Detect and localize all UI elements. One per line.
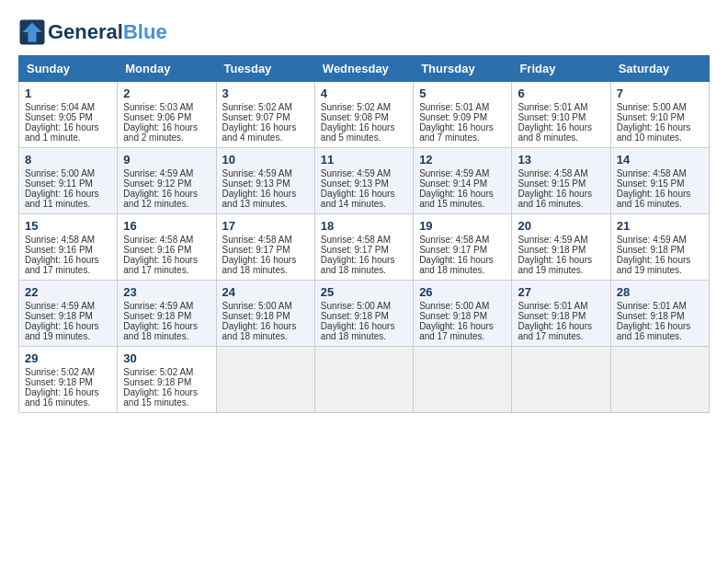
- sunrise-text: Sunrise: 5:00 AM: [321, 301, 391, 311]
- sunset-text: Sunset: 9:07 PM: [222, 112, 290, 122]
- daylight-text: Daylight: 16 hours and 18 minutes.: [321, 255, 395, 275]
- header-cell-sunday: Sunday: [19, 56, 118, 82]
- calendar-cell: 13Sunrise: 4:58 AMSunset: 9:15 PMDayligh…: [512, 148, 610, 214]
- calendar-cell: [610, 347, 709, 413]
- sunrise-text: Sunrise: 4:58 AM: [321, 235, 391, 245]
- daylight-text: Daylight: 16 hours and 18 minutes.: [123, 321, 198, 341]
- daylight-text: Daylight: 16 hours and 16 minutes.: [617, 189, 691, 209]
- sunrise-text: Sunrise: 5:02 AM: [222, 102, 292, 112]
- sunrise-text: Sunrise: 5:01 AM: [419, 102, 489, 112]
- sunset-text: Sunset: 9:16 PM: [123, 245, 191, 255]
- day-number: 25: [321, 285, 407, 299]
- sunrise-text: Sunrise: 5:00 AM: [25, 168, 95, 178]
- sunrise-text: Sunrise: 4:59 AM: [123, 301, 193, 311]
- sunrise-text: Sunrise: 4:59 AM: [617, 235, 687, 245]
- calendar-row: 22Sunrise: 4:59 AMSunset: 9:18 PMDayligh…: [19, 281, 710, 347]
- daylight-text: Daylight: 16 hours and 19 minutes.: [518, 255, 592, 275]
- day-number: 13: [518, 153, 604, 167]
- day-number: 22: [25, 285, 111, 299]
- daylight-text: Daylight: 16 hours and 17 minutes.: [518, 321, 592, 341]
- daylight-text: Daylight: 16 hours and 18 minutes.: [222, 255, 297, 275]
- day-number: 9: [123, 153, 210, 167]
- day-number: 26: [419, 285, 506, 299]
- sunrise-text: Sunrise: 5:01 AM: [518, 102, 587, 112]
- sunset-text: Sunset: 9:17 PM: [419, 245, 487, 255]
- day-number: 8: [25, 153, 111, 167]
- sunset-text: Sunset: 9:13 PM: [222, 178, 290, 189]
- sunrise-text: Sunrise: 4:58 AM: [419, 235, 489, 245]
- daylight-text: Daylight: 16 hours and 2 minutes.: [123, 122, 198, 143]
- sunset-text: Sunset: 9:08 PM: [321, 112, 389, 122]
- daylight-text: Daylight: 16 hours and 8 minutes.: [518, 122, 592, 143]
- sunset-text: Sunset: 9:14 PM: [419, 178, 487, 189]
- header-cell-thursday: Thursday: [414, 56, 512, 82]
- sunrise-text: Sunrise: 5:01 AM: [617, 301, 687, 311]
- sunset-text: Sunset: 9:10 PM: [518, 112, 586, 122]
- calendar-cell: 10Sunrise: 4:59 AMSunset: 9:13 PMDayligh…: [216, 148, 314, 214]
- sunrise-text: Sunrise: 4:59 AM: [25, 301, 95, 311]
- header-cell-friday: Friday: [512, 56, 610, 82]
- daylight-text: Daylight: 16 hours and 17 minutes.: [419, 321, 494, 341]
- calendar-cell: [216, 347, 314, 413]
- day-number: 19: [419, 219, 506, 233]
- sunset-text: Sunset: 9:11 PM: [25, 178, 93, 189]
- daylight-text: Daylight: 16 hours and 12 minutes.: [123, 189, 198, 209]
- sunrise-text: Sunrise: 5:02 AM: [123, 367, 193, 377]
- daylight-text: Daylight: 16 hours and 19 minutes.: [25, 321, 99, 341]
- sunrise-text: Sunrise: 4:59 AM: [518, 235, 587, 245]
- calendar-cell: 2Sunrise: 5:03 AMSunset: 9:06 PMDaylight…: [118, 82, 216, 148]
- sunset-text: Sunset: 9:16 PM: [25, 245, 93, 255]
- calendar-cell: 27Sunrise: 5:01 AMSunset: 9:18 PMDayligh…: [512, 281, 610, 347]
- header-cell-saturday: Saturday: [610, 56, 709, 82]
- calendar-cell: 20Sunrise: 4:59 AMSunset: 9:18 PMDayligh…: [512, 214, 610, 281]
- daylight-text: Daylight: 16 hours and 1 minute.: [25, 122, 99, 143]
- calendar-row: 15Sunrise: 4:58 AMSunset: 9:16 PMDayligh…: [19, 214, 710, 281]
- calendar-cell: 30Sunrise: 5:02 AMSunset: 9:18 PMDayligh…: [118, 347, 216, 413]
- day-number: 2: [123, 86, 210, 100]
- calendar-cell: 7Sunrise: 5:00 AMSunset: 9:10 PMDaylight…: [610, 82, 709, 148]
- sunrise-text: Sunrise: 4:59 AM: [222, 168, 292, 178]
- daylight-text: Daylight: 16 hours and 18 minutes.: [321, 321, 395, 341]
- sunset-text: Sunset: 9:18 PM: [321, 311, 389, 321]
- calendar-cell: 15Sunrise: 4:58 AMSunset: 9:16 PMDayligh…: [19, 214, 118, 281]
- daylight-text: Daylight: 16 hours and 5 minutes.: [321, 122, 395, 143]
- calendar-cell: 18Sunrise: 4:58 AMSunset: 9:17 PMDayligh…: [314, 214, 413, 281]
- day-number: 6: [518, 86, 604, 100]
- calendar-cell: 17Sunrise: 4:58 AMSunset: 9:17 PMDayligh…: [216, 214, 314, 281]
- sunrise-text: Sunrise: 4:58 AM: [617, 168, 687, 178]
- day-number: 12: [419, 153, 506, 167]
- daylight-text: Daylight: 16 hours and 10 minutes.: [617, 122, 691, 143]
- sunset-text: Sunset: 9:18 PM: [518, 245, 586, 255]
- sunset-text: Sunset: 9:15 PM: [617, 178, 685, 189]
- header-cell-monday: Monday: [118, 56, 216, 82]
- calendar-cell: 9Sunrise: 4:59 AMSunset: 9:12 PMDaylight…: [118, 148, 216, 214]
- daylight-text: Daylight: 16 hours and 13 minutes.: [222, 189, 297, 209]
- sunrise-text: Sunrise: 4:59 AM: [419, 168, 489, 178]
- calendar-cell: 25Sunrise: 5:00 AMSunset: 9:18 PMDayligh…: [314, 281, 413, 347]
- daylight-text: Daylight: 16 hours and 15 minutes.: [419, 189, 494, 209]
- calendar-table: SundayMondayTuesdayWednesdayThursdayFrid…: [18, 55, 710, 413]
- day-number: 15: [25, 219, 111, 233]
- calendar-cell: 16Sunrise: 4:58 AMSunset: 9:16 PMDayligh…: [118, 214, 216, 281]
- day-number: 30: [123, 351, 210, 365]
- calendar-cell: 12Sunrise: 4:59 AMSunset: 9:14 PMDayligh…: [414, 148, 512, 214]
- calendar-cell: 29Sunrise: 5:02 AMSunset: 9:18 PMDayligh…: [19, 347, 118, 413]
- daylight-text: Daylight: 16 hours and 15 minutes.: [123, 387, 198, 408]
- logo: GeneralBlue: [18, 18, 167, 46]
- calendar-cell: 14Sunrise: 4:58 AMSunset: 9:15 PMDayligh…: [610, 148, 709, 214]
- sunset-text: Sunset: 9:09 PM: [419, 112, 487, 122]
- day-number: 29: [25, 351, 111, 365]
- day-number: 5: [419, 86, 506, 100]
- logo-text: GeneralBlue: [48, 21, 167, 43]
- calendar-cell: 28Sunrise: 5:01 AMSunset: 9:18 PMDayligh…: [610, 281, 709, 347]
- calendar-cell: 26Sunrise: 5:00 AMSunset: 9:18 PMDayligh…: [414, 281, 512, 347]
- sunrise-text: Sunrise: 5:01 AM: [518, 301, 587, 311]
- day-number: 14: [617, 153, 703, 167]
- day-number: 10: [222, 153, 309, 167]
- daylight-text: Daylight: 16 hours and 19 minutes.: [617, 255, 691, 275]
- sunrise-text: Sunrise: 5:03 AM: [123, 102, 193, 112]
- calendar-cell: [512, 347, 610, 413]
- sunset-text: Sunset: 9:17 PM: [321, 245, 389, 255]
- daylight-text: Daylight: 16 hours and 7 minutes.: [419, 122, 494, 143]
- calendar-cell: 24Sunrise: 5:00 AMSunset: 9:18 PMDayligh…: [216, 281, 314, 347]
